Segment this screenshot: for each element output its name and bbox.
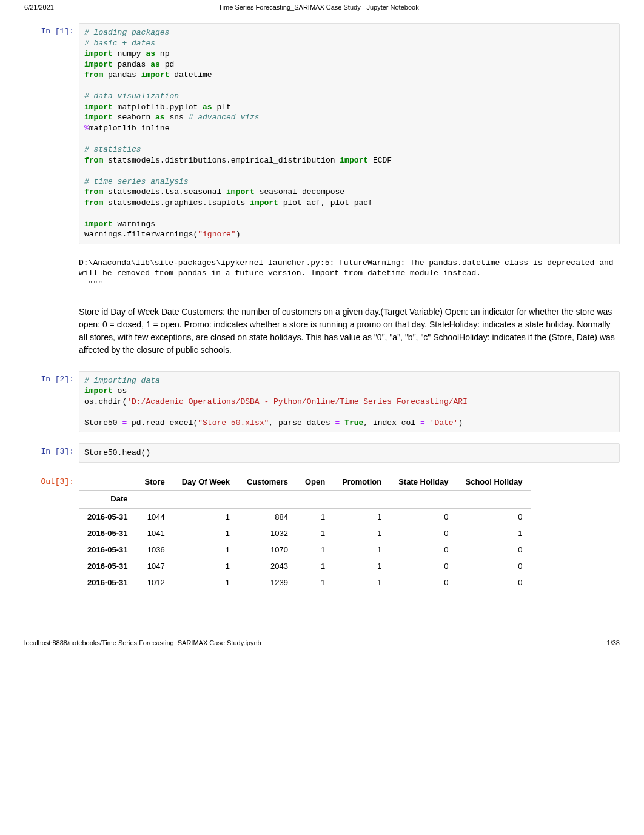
col-header: State Holiday	[390, 474, 457, 491]
code-comment: # loading packages	[84, 28, 169, 37]
table-cell: 0	[457, 574, 531, 591]
table-cell: 1	[297, 542, 334, 558]
code-keyword: from	[84, 187, 103, 196]
code-keyword: as	[203, 102, 212, 112]
col-header: Open	[297, 474, 334, 491]
code-text: matplotlib inline	[89, 124, 170, 133]
page-footer: localhost:8888/notebooks/Time Series For…	[0, 639, 644, 652]
table-cell: 1	[297, 558, 334, 574]
table-cell: 1	[334, 558, 390, 574]
table-cell: 0	[390, 542, 457, 558]
table-cell: 1036	[136, 542, 173, 558]
code-operator: =	[420, 418, 425, 428]
table-cell: 1239	[238, 574, 297, 591]
code-text: plt	[212, 102, 231, 112]
code-text: Store50.head()	[84, 448, 150, 457]
table-cell: 1	[297, 525, 334, 542]
header-date: 6/21/2021	[24, 4, 54, 11]
code-string: 'D:/Academic Operations/DSBA - Python/On…	[127, 397, 468, 406]
code-cell-2: In [2]: # importing data import os os.ch…	[24, 371, 620, 433]
code-text: pandas	[103, 70, 141, 79]
empty-prompt	[24, 304, 79, 357]
code-comment: # data visualization	[84, 92, 179, 101]
code-keyword: import	[84, 220, 113, 229]
code-text: Store50	[84, 418, 122, 428]
table-cell: 0	[390, 525, 457, 542]
code-comment: # importing data	[84, 376, 160, 385]
col-header: School Holiday	[457, 474, 531, 491]
table-cell: 1070	[238, 542, 297, 558]
code-keyword: import	[84, 60, 113, 69]
table-row: 2016-05-311047120431100	[79, 558, 531, 574]
empty-prompt	[24, 255, 79, 290]
code-cell-1: In [1]: # loading packages # basic + dat…	[24, 23, 620, 244]
code-keyword: True	[344, 418, 363, 428]
code-keyword: from	[84, 70, 103, 79]
code-comment: # statistics	[84, 145, 141, 154]
code-text: pd	[160, 60, 174, 69]
table-cell: 0	[457, 542, 531, 558]
table-row: 2016-05-311012112391100	[79, 574, 531, 591]
code-keyword: import	[340, 156, 368, 165]
footer-url: localhost:8888/notebooks/Time Series For…	[24, 639, 261, 646]
col-header: Promotion	[334, 474, 390, 491]
code-string: "Store_50.xlsx"	[198, 418, 269, 428]
code-comment: # basic + dates	[84, 39, 155, 48]
code-text	[340, 418, 344, 428]
table-cell: 1012	[136, 574, 173, 591]
col-header: Day Of Week	[173, 474, 238, 491]
code-text: sns	[165, 113, 189, 122]
code-text	[425, 418, 430, 428]
table-cell: 1	[334, 542, 390, 558]
table-cell: 1	[173, 558, 238, 574]
code-keyword: import	[250, 198, 278, 207]
code-text: warnings.filterwarnings(	[84, 230, 198, 239]
dataframe-table: Store Day Of Week Customers Open Promoti…	[79, 474, 531, 591]
table-cell: 1044	[136, 508, 173, 525]
col-header: Customers	[238, 474, 297, 491]
code-keyword: import	[226, 187, 255, 196]
header-title: Time Series Forecasting_SARIMAX Case Stu…	[218, 4, 418, 11]
footer-page: 1/38	[607, 639, 620, 646]
code-text: )	[458, 418, 463, 428]
code-string: "ignore"	[198, 230, 235, 239]
input-prompt-2: In [2]:	[24, 371, 79, 433]
code-text: , parse_dates	[269, 418, 335, 428]
table-cell: 1	[457, 525, 531, 542]
table-cell: 1	[334, 508, 390, 525]
code-keyword: import	[84, 102, 113, 112]
table-row: 2016-05-311041110321101	[79, 525, 531, 542]
table-cell: 1	[173, 525, 238, 542]
notebook-content: In [1]: # loading packages # basic + dat…	[0, 13, 644, 591]
code-text: , index_col	[363, 418, 420, 428]
table-cell: 1	[173, 508, 238, 525]
table-cell: 0	[457, 508, 531, 525]
code-text: seasonal_decompose	[255, 187, 344, 196]
code-text: warnings	[113, 220, 155, 229]
code-keyword: import	[84, 386, 113, 395]
table-cell: 1	[334, 574, 390, 591]
code-text: statsmodels.tsa.seasonal	[103, 187, 226, 196]
table-cell: 1	[297, 508, 334, 525]
code-text: statsmodels.distributions.empirical_dist…	[103, 156, 340, 165]
table-header-row: Store Day Of Week Customers Open Promoti…	[79, 474, 531, 491]
row-index: 2016-05-31	[79, 574, 136, 591]
input-prompt-1: In [1]:	[24, 23, 79, 244]
row-index: 2016-05-31	[79, 558, 136, 574]
index-name-row: Date	[79, 490, 531, 508]
code-keyword: from	[84, 156, 103, 165]
table-cell: 1	[297, 574, 334, 591]
code-text: plot_acf, plot_pacf	[278, 198, 373, 207]
row-index: 2016-05-31	[79, 525, 136, 542]
code-text: numpy	[113, 49, 146, 58]
code-text: pd.read_excel(	[127, 418, 198, 428]
output-cell-3: Out[3]: Store Day Of Week Customers Open…	[24, 474, 620, 591]
table-cell: 0	[390, 574, 457, 591]
markdown-text: Store id Day of Week Date Customers: the…	[79, 304, 620, 357]
input-prompt-3: In [3]:	[24, 443, 79, 463]
code-block-3: Store50.head()	[79, 443, 620, 463]
code-keyword: from	[84, 198, 103, 207]
table-cell: 0	[390, 508, 457, 525]
code-text: os	[113, 386, 127, 395]
col-header: Store	[136, 474, 173, 491]
